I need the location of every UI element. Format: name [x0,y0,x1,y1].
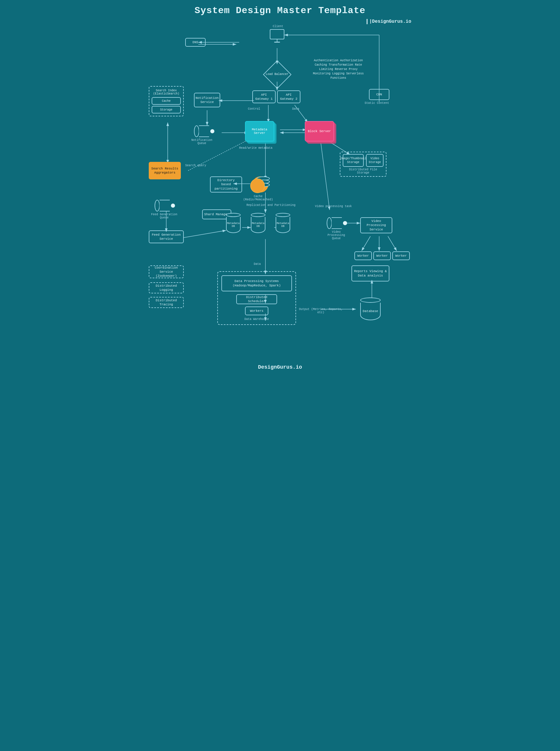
worker-2: Worker [373,251,391,260]
cache-redis-label: Cache (Redis/Memcached) [241,195,276,201]
read-write-metadata-label: Read/write metadata [239,146,273,149]
data-warehouse-container: Data Processing Systems (Hadoop/MapReduc… [217,271,296,325]
video-processing-task-label: Video processing task [315,205,352,208]
data-warehouse-label: Data Warehouse [221,318,292,321]
diagram-container: System Design Master Template |DesignGur… [140,0,420,376]
control-label: Control [248,107,260,110]
feed-gen-queue-label: Feed Generation Queue [151,213,177,219]
data-label-2: Data [254,263,261,266]
page-title: System Design Master Template [140,0,420,16]
video-storage: Video Storage [366,154,383,167]
video-processing-service: Video Processing Service [360,217,392,233]
metadata-db-2: MetadataDB [251,213,265,233]
notification-service: Notification Service [194,93,220,107]
storage-box: Storage [152,106,181,114]
svg-line-24 [183,230,226,238]
api-gateway-2: API Gateway 2 [277,90,300,103]
dns-box: DNS [185,38,206,47]
static-content-label: Static Content [365,101,389,105]
search-index-container: Search Index (ElasticSearch) Cache Stora… [149,86,184,116]
cache-box: Cache [152,97,181,105]
svg-line-26 [362,236,371,251]
search-query-label: Search query [185,164,206,167]
cdn-box: CDN [369,89,389,100]
directory-partitioning: Directory based partitioning [210,177,242,192]
api-gateway-1: API Gateway 1 [252,90,276,103]
distributed-scheduler: Distributed Scheduler [236,294,277,304]
svg-line-28 [388,236,397,251]
distributed-file-storage-label: Distributed File Storage [343,168,383,175]
output-label: Output (Metrics, Reports, etc) [298,308,344,314]
client-label: Client [273,25,283,28]
image-storage: Image/Thumbnail Storage [343,154,364,167]
svg-line-34 [321,143,329,210]
feed-gen-queue [155,200,175,211]
brand-top: |DesignGurus.io [367,19,411,24]
search-results: Search Results Aggregators [149,162,181,179]
reports-viewing: Reports Viewing & Data analysis [352,265,389,281]
worker-1: Worker [354,251,372,260]
feed-gen-service: Feed Generation Service [149,230,184,243]
data-label: Data [292,107,299,110]
notification-queue-label: Notification Queue [190,139,214,145]
client-node [270,29,284,43]
video-processing-queue-label: Video Processing Queue [323,230,349,240]
search-index-label: Search Index (ElasticSearch) [152,89,181,95]
load-balancer: Load Balancer [265,63,289,86]
notification-queue [194,125,214,137]
metadata-db-1: MetadataDB [226,213,241,233]
workers-dp: Workers [245,306,268,315]
distributed-tracing: Distributed Tracing [149,297,184,308]
distributed-logging: Distributed Logging [149,282,184,293]
metadata-db-3: MetadataDB [276,213,290,233]
worker-3: Worker [392,251,410,260]
video-processing-queue [327,217,347,229]
distributed-file-storage-container: Image/Thumbnail Storage Video Storage Di… [340,152,386,177]
replication-label: Replication and Partitioning [246,204,296,207]
data-processing-systems: Data Processing Systems (Hadoop/MapReduc… [221,275,292,291]
coordination-service: Coordination Service (Zookeeper) [149,265,184,278]
brand-bottom: DesignGurus.io [258,364,302,370]
database-cylinder: Database [360,298,381,320]
api-features: Authentication Authorization Caching Tra… [312,58,365,80]
